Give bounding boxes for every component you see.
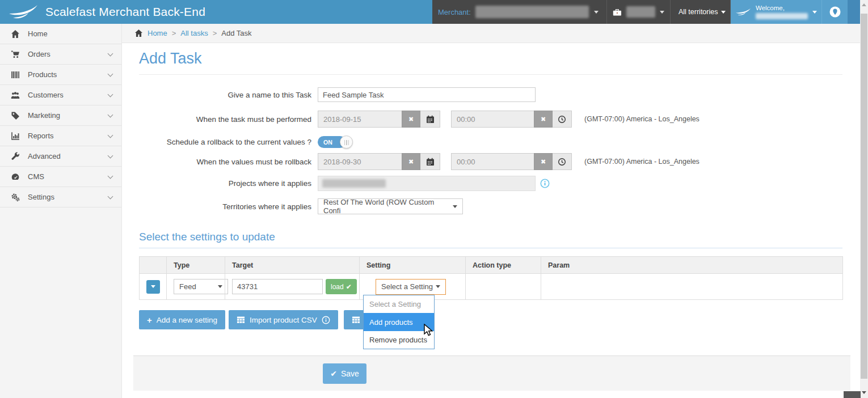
- rollback-time-group: 00:00 ✖: [451, 153, 572, 170]
- scrollbar-thumb[interactable]: [861, 14, 867, 379]
- column-header-type: Type: [167, 257, 225, 274]
- scalefast-logo-icon: [735, 6, 751, 18]
- mouse-cursor: [423, 324, 436, 337]
- param-cell: [541, 274, 843, 300]
- globe-button[interactable]: [821, 0, 848, 24]
- clear-date-button[interactable]: ✖: [402, 111, 420, 128]
- chevron-down-icon: [108, 50, 113, 56]
- merchant-selector[interactable]: Merchant:: [432, 0, 607, 24]
- app-title: Scalefast Merchant Back-End: [45, 5, 205, 19]
- scroll-up-arrow-icon[interactable]: [862, 3, 866, 6]
- caret-down-icon: [594, 11, 599, 14]
- info-icon[interactable]: [540, 179, 550, 188]
- projects-label: Projects where it applies: [139, 179, 311, 188]
- territories-label: All territories: [679, 8, 718, 16]
- map-pin-circle-icon: [829, 6, 841, 18]
- clock-button[interactable]: [553, 153, 572, 170]
- territories-selector[interactable]: All territories: [671, 0, 731, 24]
- sidebar-item-orders[interactable]: Orders: [0, 44, 121, 65]
- clock-button[interactable]: [553, 111, 572, 128]
- territories-select-value: Rest Of The World (ROW Custom Confi: [323, 198, 453, 215]
- header-strip: [848, 0, 860, 24]
- close-icon: ✖: [541, 158, 546, 166]
- sidebar-item-label: Advanced: [28, 152, 61, 160]
- dropdown-option-select-a-setting[interactable]: Select a Setting: [364, 295, 434, 313]
- rollback-row: When the values must be rollback 2018-09…: [139, 153, 842, 170]
- settings-section-title: Select the settings to update: [139, 231, 842, 243]
- chevron-down-icon: [108, 112, 113, 117]
- sidebar-item-advanced[interactable]: Advanced: [0, 146, 121, 167]
- type-cell: Feed: [167, 274, 225, 300]
- sidebar-item-products[interactable]: Products: [0, 65, 121, 85]
- page: Scalefast Merchant Back-End Merchant:: [0, 0, 868, 398]
- import-product-csv-button[interactable]: Import product CSV: [229, 310, 338, 329]
- clear-date-button[interactable]: ✖: [402, 153, 420, 170]
- load-button[interactable]: load ✔: [326, 279, 357, 294]
- rollback-toggle[interactable]: ON: [318, 136, 353, 149]
- performed-date-input[interactable]: 2018-09-15: [318, 111, 402, 128]
- chevron-down-icon: [108, 153, 113, 158]
- sidebar-item-settings[interactable]: Settings: [0, 187, 121, 208]
- close-icon: ✖: [541, 116, 546, 123]
- add-setting-button[interactable]: + Add a new setting: [139, 310, 225, 329]
- chevron-down-icon: [108, 71, 113, 77]
- caret-down-icon: [453, 205, 457, 208]
- column-header-action-type: Action type: [466, 257, 541, 274]
- divider: [139, 74, 842, 75]
- caret-down-icon: [660, 11, 664, 14]
- clear-time-button[interactable]: ✖: [534, 153, 553, 170]
- setting-row: Feed load ✔: [140, 274, 843, 300]
- target-input[interactable]: [232, 279, 323, 294]
- breadcrumb-home-link[interactable]: Home: [148, 29, 167, 37]
- projects-input[interactable]: [318, 176, 536, 191]
- breadcrumb-separator: >: [213, 29, 217, 37]
- caret-down-icon: [812, 11, 817, 14]
- setting-select[interactable]: Select a Setting: [376, 279, 446, 295]
- sidebar-item-marketing[interactable]: Marketing: [0, 105, 121, 126]
- breadcrumb-all-tasks-link[interactable]: All tasks: [180, 29, 208, 37]
- task-name-input[interactable]: [318, 87, 536, 102]
- save-button[interactable]: ✔ Save: [323, 363, 366, 384]
- calendar-button[interactable]: [420, 111, 440, 128]
- rollback-toggle-row: Schedule a rollback to the current value…: [139, 136, 842, 149]
- chevron-down-icon: [108, 91, 113, 97]
- calendar-button[interactable]: [420, 153, 440, 170]
- check-icon: ✔: [330, 369, 337, 378]
- store-selector[interactable]: [607, 0, 671, 24]
- clear-time-button[interactable]: ✖: [534, 111, 553, 128]
- table-icon: [352, 316, 360, 324]
- sidebar-item-label: Settings: [28, 193, 54, 201]
- column-header-blank: [140, 257, 167, 274]
- action-type-cell: [466, 274, 541, 300]
- performed-time-input[interactable]: 00:00: [451, 111, 534, 128]
- import-product-csv-label: Import product CSV: [250, 316, 317, 324]
- column-header-param: Param: [541, 257, 843, 274]
- user-menu[interactable]: Welcome,: [731, 0, 821, 24]
- breadcrumb-separator: >: [172, 29, 176, 37]
- sidebar-item-reports[interactable]: Reports: [0, 126, 121, 146]
- rollback-time-input[interactable]: 00:00: [451, 153, 534, 170]
- add-setting-label: Add a new setting: [157, 316, 217, 324]
- header-dark-section: Merchant: All territorie: [432, 0, 731, 24]
- chevron-down-icon: [108, 173, 113, 179]
- row-expander-button[interactable]: [146, 280, 160, 294]
- territories-select[interactable]: Rest Of The World (ROW Custom Confi: [318, 198, 463, 214]
- breadcrumb-current: Add Task: [221, 29, 251, 37]
- rollback-label: When the values must be rollback: [139, 158, 311, 166]
- rollback-date-input[interactable]: 2018-09-30: [318, 153, 402, 170]
- scroll-down-arrow-icon[interactable]: [862, 391, 866, 394]
- type-select[interactable]: Feed: [174, 279, 228, 294]
- sidebar-item-home[interactable]: Home: [0, 24, 121, 44]
- vertical-scrollbar[interactable]: [860, 0, 868, 398]
- timezone-label: (GMT-07:00) America - Los_Angeles: [584, 158, 700, 166]
- projects-value-redacted: [322, 179, 386, 188]
- toggle-knob[interactable]: [340, 136, 353, 149]
- projects-row: Projects where it applies: [139, 176, 842, 191]
- sidebar-item-customers[interactable]: Customers: [0, 85, 121, 105]
- chevron-down-icon: [108, 193, 113, 199]
- type-select-value: Feed: [179, 282, 196, 291]
- territories-select-label: Territories where it applies: [139, 202, 311, 211]
- brand: Scalefast Merchant Back-End: [0, 0, 432, 24]
- sidebar-item-cms[interactable]: CMS: [0, 167, 121, 187]
- clock-icon: [558, 158, 566, 166]
